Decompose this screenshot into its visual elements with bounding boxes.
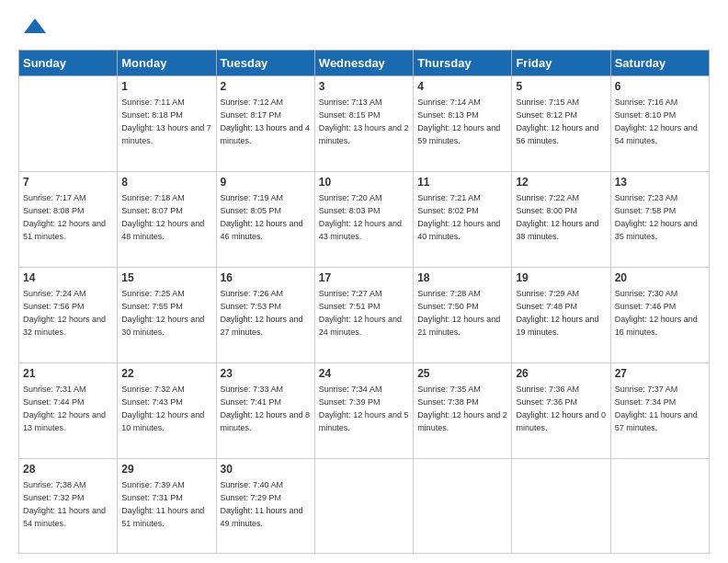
- day-number: 28: [23, 462, 113, 477]
- day-of-week-header: Wednesday: [314, 51, 413, 76]
- day-info: Sunrise: 7:13 AMSunset: 8:15 PMDaylight:…: [319, 98, 409, 145]
- day-number: 8: [121, 175, 211, 190]
- calendar-cell: 3Sunrise: 7:13 AMSunset: 8:15 PMDaylight…: [314, 76, 413, 172]
- day-number: 19: [516, 270, 606, 286]
- calendar-cell: 5Sunrise: 7:15 AMSunset: 8:12 PMDaylight…: [512, 76, 610, 172]
- calendar-cell: 19Sunrise: 7:29 AMSunset: 7:48 PMDayligh…: [512, 268, 610, 363]
- calendar-week-row: 1Sunrise: 7:11 AMSunset: 8:18 PMDaylight…: [19, 76, 710, 172]
- day-number: 13: [615, 175, 705, 190]
- day-info: Sunrise: 7:15 AMSunset: 8:12 PMDaylight:…: [516, 98, 598, 145]
- calendar-cell: [314, 459, 413, 554]
- calendar-cell: 1Sunrise: 7:11 AMSunset: 8:18 PMDaylight…: [118, 76, 216, 172]
- day-number: 21: [23, 366, 113, 382]
- calendar-header-row: SundayMondayTuesdayWednesdayThursdayFrid…: [19, 51, 710, 76]
- calendar-cell: 25Sunrise: 7:35 AMSunset: 7:38 PMDayligh…: [414, 363, 512, 459]
- day-info: Sunrise: 7:38 AMSunset: 7:32 PMDaylight:…: [23, 480, 106, 528]
- calendar-cell: 2Sunrise: 7:12 AMSunset: 8:17 PMDaylight…: [216, 76, 314, 172]
- day-info: Sunrise: 7:11 AMSunset: 8:18 PMDaylight:…: [121, 98, 211, 145]
- calendar-cell: 29Sunrise: 7:39 AMSunset: 7:31 PMDayligh…: [118, 459, 216, 554]
- day-info: Sunrise: 7:22 AMSunset: 8:00 PMDaylight:…: [516, 193, 598, 241]
- day-number: 22: [121, 366, 211, 382]
- day-number: 25: [417, 366, 507, 382]
- calendar-week-row: 7Sunrise: 7:17 AMSunset: 8:08 PMDaylight…: [19, 172, 710, 268]
- day-info: Sunrise: 7:40 AMSunset: 7:29 PMDaylight:…: [221, 480, 303, 528]
- day-info: Sunrise: 7:19 AMSunset: 8:05 PMDaylight:…: [221, 193, 303, 241]
- calendar-cell: 11Sunrise: 7:21 AMSunset: 8:02 PMDayligh…: [414, 172, 512, 268]
- calendar-cell: 13Sunrise: 7:23 AMSunset: 7:58 PMDayligh…: [610, 172, 709, 268]
- day-info: Sunrise: 7:30 AMSunset: 7:46 PMDaylight:…: [615, 289, 698, 337]
- day-info: Sunrise: 7:26 AMSunset: 7:53 PMDaylight:…: [221, 289, 303, 337]
- day-number: 10: [319, 175, 409, 190]
- day-info: Sunrise: 7:27 AMSunset: 7:51 PMDaylight:…: [319, 289, 402, 337]
- day-number: 24: [319, 366, 409, 382]
- calendar-cell: 10Sunrise: 7:20 AMSunset: 8:03 PMDayligh…: [314, 172, 413, 268]
- day-number: 7: [23, 175, 113, 190]
- day-info: Sunrise: 7:34 AMSunset: 7:39 PMDaylight:…: [319, 385, 409, 432]
- day-of-week-header: Monday: [118, 51, 216, 76]
- calendar-cell: 8Sunrise: 7:18 AMSunset: 8:07 PMDaylight…: [118, 172, 216, 268]
- svg-rect-1: [31, 26, 39, 33]
- day-of-week-header: Saturday: [610, 51, 709, 76]
- day-info: Sunrise: 7:21 AMSunset: 8:02 PMDaylight:…: [417, 193, 500, 241]
- day-number: 3: [319, 79, 409, 95]
- day-info: Sunrise: 7:20 AMSunset: 8:03 PMDaylight:…: [319, 193, 402, 241]
- day-of-week-header: Friday: [512, 51, 610, 76]
- calendar-cell: 9Sunrise: 7:19 AMSunset: 8:05 PMDaylight…: [216, 172, 314, 268]
- day-number: 4: [417, 79, 507, 95]
- calendar-cell: 21Sunrise: 7:31 AMSunset: 7:44 PMDayligh…: [19, 363, 118, 459]
- calendar-cell: 16Sunrise: 7:26 AMSunset: 7:53 PMDayligh…: [216, 268, 314, 363]
- day-number: 23: [221, 366, 311, 382]
- day-info: Sunrise: 7:12 AMSunset: 8:17 PMDaylight:…: [221, 98, 311, 145]
- calendar-cell: 17Sunrise: 7:27 AMSunset: 7:51 PMDayligh…: [314, 268, 413, 363]
- calendar-cell: 20Sunrise: 7:30 AMSunset: 7:46 PMDayligh…: [610, 268, 709, 363]
- calendar-cell: 12Sunrise: 7:22 AMSunset: 8:00 PMDayligh…: [512, 172, 610, 268]
- day-number: 1: [121, 79, 211, 95]
- day-info: Sunrise: 7:23 AMSunset: 7:58 PMDaylight:…: [615, 193, 698, 241]
- calendar-cell: 28Sunrise: 7:38 AMSunset: 7:32 PMDayligh…: [19, 459, 118, 554]
- calendar-week-row: 21Sunrise: 7:31 AMSunset: 7:44 PMDayligh…: [19, 363, 710, 459]
- day-number: 26: [516, 366, 606, 382]
- calendar-cell: 27Sunrise: 7:37 AMSunset: 7:34 PMDayligh…: [610, 363, 709, 459]
- day-number: 20: [615, 270, 705, 286]
- calendar-cell: 26Sunrise: 7:36 AMSunset: 7:36 PMDayligh…: [512, 363, 610, 459]
- calendar-cell: 22Sunrise: 7:32 AMSunset: 7:43 PMDayligh…: [118, 363, 216, 459]
- day-of-week-header: Thursday: [414, 51, 512, 76]
- day-info: Sunrise: 7:36 AMSunset: 7:36 PMDaylight:…: [516, 385, 606, 432]
- day-info: Sunrise: 7:32 AMSunset: 7:43 PMDaylight:…: [121, 385, 204, 432]
- calendar-cell: 4Sunrise: 7:14 AMSunset: 8:13 PMDaylight…: [414, 76, 512, 172]
- day-info: Sunrise: 7:39 AMSunset: 7:31 PMDaylight:…: [121, 480, 204, 528]
- calendar-cell: 6Sunrise: 7:16 AMSunset: 8:10 PMDaylight…: [610, 76, 709, 172]
- calendar-cell: 30Sunrise: 7:40 AMSunset: 7:29 PMDayligh…: [216, 459, 314, 554]
- calendar-cell: 7Sunrise: 7:17 AMSunset: 8:08 PMDaylight…: [19, 172, 118, 268]
- day-number: 2: [221, 79, 311, 95]
- day-info: Sunrise: 7:16 AMSunset: 8:10 PMDaylight:…: [615, 98, 698, 145]
- calendar-cell: 14Sunrise: 7:24 AMSunset: 7:56 PMDayligh…: [19, 268, 118, 363]
- calendar-cell: 23Sunrise: 7:33 AMSunset: 7:41 PMDayligh…: [216, 363, 314, 459]
- calendar-week-row: 14Sunrise: 7:24 AMSunset: 7:56 PMDayligh…: [19, 268, 710, 363]
- day-info: Sunrise: 7:31 AMSunset: 7:44 PMDaylight:…: [23, 385, 106, 432]
- day-info: Sunrise: 7:35 AMSunset: 7:38 PMDaylight:…: [417, 385, 507, 432]
- day-number: 16: [221, 270, 311, 286]
- day-info: Sunrise: 7:24 AMSunset: 7:56 PMDaylight:…: [23, 289, 106, 337]
- calendar-cell: [414, 459, 512, 554]
- day-number: 18: [417, 270, 507, 286]
- logo: [18, 15, 48, 40]
- day-info: Sunrise: 7:18 AMSunset: 8:07 PMDaylight:…: [121, 193, 204, 241]
- logo-icon: [22, 15, 48, 40]
- calendar-week-row: 28Sunrise: 7:38 AMSunset: 7:32 PMDayligh…: [19, 459, 710, 554]
- header: [18, 15, 710, 40]
- day-number: 15: [121, 270, 211, 286]
- day-info: Sunrise: 7:28 AMSunset: 7:50 PMDaylight:…: [417, 289, 500, 337]
- day-number: 12: [516, 175, 606, 190]
- day-number: 29: [121, 462, 211, 477]
- calendar-cell: 18Sunrise: 7:28 AMSunset: 7:50 PMDayligh…: [414, 268, 512, 363]
- day-number: 6: [615, 79, 705, 95]
- day-number: 11: [417, 175, 507, 190]
- day-info: Sunrise: 7:37 AMSunset: 7:34 PMDaylight:…: [615, 385, 698, 432]
- day-of-week-header: Sunday: [19, 51, 118, 76]
- calendar-cell: [512, 459, 610, 554]
- day-of-week-header: Tuesday: [216, 51, 314, 76]
- day-info: Sunrise: 7:25 AMSunset: 7:55 PMDaylight:…: [121, 289, 204, 337]
- day-number: 5: [516, 79, 606, 95]
- day-info: Sunrise: 7:29 AMSunset: 7:48 PMDaylight:…: [516, 289, 598, 337]
